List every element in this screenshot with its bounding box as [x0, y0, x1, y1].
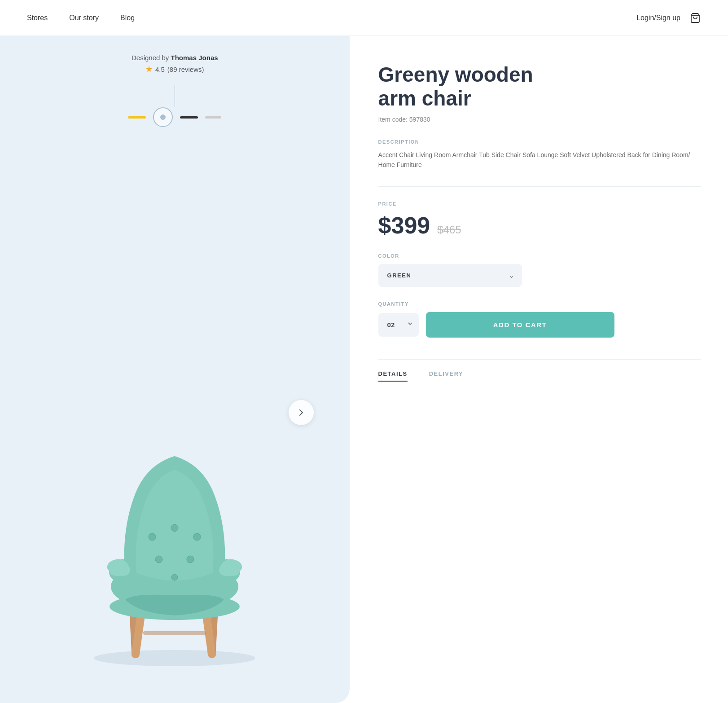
- tab-details[interactable]: DETAILS: [378, 370, 408, 382]
- nav-right: Login/Sign up: [636, 12, 701, 24]
- svg-rect-13: [143, 631, 206, 635]
- rating-value: 4.5: [155, 66, 165, 73]
- quantity-row: 01 02 03 04 05 ADD TO CART: [378, 312, 701, 338]
- price-original: $465: [437, 224, 461, 236]
- quantity-select-container: 01 02 03 04 05: [378, 313, 419, 337]
- nav-blog[interactable]: Blog: [120, 14, 135, 22]
- thumb-1[interactable]: [128, 116, 146, 119]
- description-label: DESCRIPTION: [378, 139, 701, 145]
- color-select[interactable]: GREEN BLUE GREY BEIGE: [378, 264, 522, 287]
- color-dropdown-container: GREEN BLUE GREY BEIGE ⌄: [378, 264, 522, 287]
- price-label: PRICE: [378, 201, 701, 207]
- item-code-value: 597830: [409, 116, 430, 123]
- price-current: $399: [378, 212, 430, 239]
- svg-point-11: [187, 556, 194, 563]
- svg-point-12: [171, 574, 178, 580]
- cart-icon[interactable]: [689, 12, 701, 24]
- product-details: Greeny wooden arm chair Item code: 59783…: [350, 36, 728, 703]
- quantity-label: QUANTITY: [378, 301, 701, 307]
- nav-stores[interactable]: Stores: [27, 14, 48, 22]
- add-to-cart-button[interactable]: ADD TO CART: [426, 312, 614, 338]
- quantity-select[interactable]: 01 02 03 04 05: [378, 313, 419, 337]
- tab-delivery[interactable]: DELIVERY: [429, 370, 464, 382]
- thumb-4[interactable]: [205, 116, 221, 119]
- designer-info: Designed by Thomas Jonas ★ 4.5 (89 revie…: [132, 54, 218, 74]
- description-text: Accent Chair Living Room Armchair Tub Si…: [378, 150, 701, 170]
- designed-by-label: Designed by Thomas Jonas: [132, 54, 218, 62]
- login-link[interactable]: Login/Sign up: [636, 14, 680, 22]
- chair-image-wrapper: [18, 149, 332, 676]
- svg-point-10: [155, 556, 162, 563]
- designer-name: Thomas Jonas: [171, 54, 218, 62]
- product-tabs: DETAILS DELIVERY: [378, 359, 701, 382]
- image-panel: Designed by Thomas Jonas ★ 4.5 (89 revie…: [0, 36, 350, 703]
- nav-our-story[interactable]: Our story: [69, 14, 99, 22]
- nav-left: Stores Our story Blog: [27, 14, 135, 22]
- next-arrow-button[interactable]: [289, 400, 314, 425]
- thumb-2-active[interactable]: [153, 107, 173, 127]
- star-icon: ★: [145, 64, 153, 74]
- thumb-3[interactable]: [180, 116, 198, 119]
- reviews-count: (89 reviews): [167, 66, 204, 73]
- rating-row: ★ 4.5 (89 reviews): [132, 64, 218, 74]
- product-title: Greeny wooden arm chair: [378, 63, 701, 110]
- svg-point-8: [171, 524, 178, 532]
- svg-point-1: [94, 650, 255, 666]
- item-code: Item code: 597830: [378, 116, 701, 123]
- chair-illustration: [62, 407, 287, 676]
- color-section: COLOR GREEN BLUE GREY BEIGE ⌄: [378, 253, 701, 287]
- svg-point-9: [193, 533, 201, 540]
- thumbnail-strip: [128, 107, 221, 127]
- divider-1: [378, 186, 701, 187]
- navbar: Stores Our story Blog Login/Sign up: [0, 0, 728, 36]
- product-layout: Designed by Thomas Jonas ★ 4.5 (89 revie…: [0, 36, 728, 703]
- color-label: COLOR: [378, 253, 701, 259]
- svg-point-7: [149, 533, 156, 540]
- price-row: $399 $465: [378, 212, 701, 239]
